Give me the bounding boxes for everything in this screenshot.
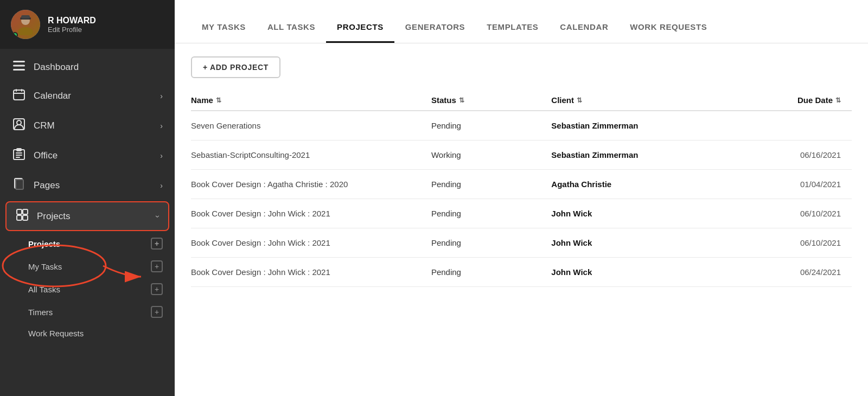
- sort-name-icon: ⇅: [216, 97, 221, 104]
- svg-rect-4: [13, 61, 25, 62]
- svg-rect-14: [16, 152, 22, 154]
- col-header-status[interactable]: Status ⇅: [431, 95, 551, 105]
- table-row[interactable]: Book Cover Design : Agatha Christie : 20…: [191, 170, 852, 199]
- add-my-tasks-btn-sidebar[interactable]: +: [151, 260, 163, 272]
- sub-nav-my-tasks-label: My Tasks: [28, 262, 62, 271]
- cell-status: Pending: [431, 267, 551, 277]
- main-content: MY TASKS ALL TASKS PROJECTS GENERATORS T…: [175, 0, 868, 396]
- cell-client: John Wick: [551, 267, 731, 277]
- sidebar-item-pages[interactable]: Pages ›: [0, 170, 175, 200]
- sidebar-item-crm[interactable]: CRM ›: [0, 111, 175, 140]
- svg-rect-22: [16, 180, 23, 189]
- content-area: + ADD PROJECT Name ⇅ Status ⇅ Client ⇅ D…: [175, 43, 868, 396]
- cell-due-date: 06/10/2021: [732, 238, 852, 247]
- table-row[interactable]: Book Cover Design : John Wick : 2021 Pen…: [191, 228, 852, 258]
- table-row[interactable]: Seven Generations Pending Sebastian Zimm…: [191, 111, 852, 140]
- svg-rect-7: [14, 90, 24, 100]
- cell-status: Pending: [431, 238, 551, 247]
- cell-client: Sebastian Zimmerman: [551, 121, 731, 130]
- cell-name: Seven Generations: [191, 121, 431, 130]
- calendar-icon: [12, 88, 26, 103]
- add-timers-btn-sidebar[interactable]: +: [151, 306, 163, 318]
- sub-nav-all-tasks-label: All Tasks: [28, 285, 60, 294]
- svg-rect-3: [21, 15, 30, 18]
- tab-generators[interactable]: GENERATORS: [394, 22, 476, 43]
- tab-templates[interactable]: TEMPLATES: [476, 22, 549, 43]
- cell-name: Book Cover Design : John Wick : 2021: [191, 209, 431, 218]
- cell-client: Sebastian Zimmerman: [551, 150, 731, 159]
- sidebar-item-office[interactable]: Office ›: [0, 140, 175, 170]
- cell-status: Pending: [431, 121, 551, 130]
- sub-nav-timers-label: Timers: [28, 308, 53, 317]
- chevron-right-icon: ›: [160, 181, 163, 190]
- col-header-client[interactable]: Client ⇅: [551, 95, 731, 105]
- table-row[interactable]: Book Cover Design : John Wick : 2021 Pen…: [191, 258, 852, 287]
- chevron-right-icon: ›: [160, 92, 163, 100]
- svg-rect-15: [16, 155, 22, 156]
- projects-sub-nav: Projects + My Tasks + All Tasks + Timers…: [0, 232, 175, 343]
- cell-due-date: 06/10/2021: [732, 209, 852, 218]
- cell-due-date: 01/04/2021: [732, 180, 852, 189]
- sidebar-item-calendar[interactable]: Calendar ›: [0, 81, 175, 111]
- cell-name: Sebastian-ScriptConsulting-2021: [191, 150, 431, 159]
- add-project-btn-sidebar[interactable]: +: [151, 238, 163, 250]
- status-indicator: [12, 32, 18, 38]
- sidebar-item-pages-label: Pages: [34, 180, 60, 191]
- tab-all-tasks[interactable]: ALL TASKS: [257, 22, 326, 43]
- crm-icon: [12, 118, 26, 133]
- sub-nav-item-my-tasks[interactable]: My Tasks +: [0, 255, 175, 278]
- cell-client: John Wick: [551, 209, 731, 218]
- hamburger-icon: [12, 61, 26, 73]
- sidebar-item-dashboard[interactable]: Dashboard: [0, 53, 175, 81]
- chevron-right-icon: ›: [160, 151, 163, 160]
- cell-status: Working: [431, 150, 551, 159]
- tab-projects[interactable]: PROJECTS: [326, 22, 394, 43]
- edit-profile-link[interactable]: Edit Profile: [48, 25, 96, 34]
- tab-my-tasks[interactable]: MY TASKS: [191, 22, 257, 43]
- profile-name: R HOWARD: [48, 16, 96, 25]
- sub-nav-item-projects[interactable]: Projects +: [0, 232, 175, 255]
- sidebar-item-dashboard-label: Dashboard: [34, 62, 79, 73]
- svg-point-11: [17, 120, 21, 125]
- sort-status-icon: ⇅: [459, 97, 464, 104]
- svg-rect-9: [21, 89, 22, 92]
- col-header-due-date[interactable]: Due Date ⇅: [732, 95, 852, 105]
- sidebar: R HOWARD Edit Profile Dashboard Calendar…: [0, 0, 175, 396]
- svg-rect-5: [13, 65, 25, 67]
- svg-rect-16: [16, 157, 20, 158]
- tab-calendar[interactable]: CALENDAR: [549, 22, 619, 43]
- cell-status: Pending: [431, 209, 551, 218]
- svg-rect-26: [23, 215, 28, 220]
- table-row[interactable]: Book Cover Design : John Wick : 2021 Pen…: [191, 199, 852, 228]
- cell-client: Agatha Christie: [551, 180, 731, 189]
- avatar: [11, 10, 40, 39]
- sidebar-item-projects-label: Projects: [37, 211, 70, 222]
- cell-due-date: 06/16/2021: [732, 150, 852, 159]
- add-all-tasks-btn-sidebar[interactable]: +: [151, 283, 163, 295]
- sub-nav-item-work-requests[interactable]: Work Requests: [0, 323, 175, 343]
- profile-info: R HOWARD Edit Profile: [48, 16, 96, 34]
- col-header-name[interactable]: Name ⇅: [191, 95, 431, 105]
- sidebar-item-crm-label: CRM: [34, 120, 55, 131]
- svg-rect-25: [17, 215, 22, 220]
- svg-rect-10: [14, 93, 24, 94]
- chevron-right-icon: ›: [160, 122, 163, 130]
- sub-nav-item-timers[interactable]: Timers +: [0, 301, 175, 323]
- cell-client: John Wick: [551, 238, 731, 247]
- add-project-button[interactable]: + ADD PROJECT: [191, 56, 280, 78]
- svg-rect-23: [17, 209, 22, 214]
- tab-work-requests[interactable]: WORK REQUESTS: [619, 22, 718, 43]
- svg-rect-8: [16, 89, 17, 92]
- sub-nav-work-requests-label: Work Requests: [28, 329, 84, 338]
- cell-name: Book Cover Design : John Wick : 2021: [191, 238, 431, 247]
- sort-due-date-icon: ⇅: [835, 97, 841, 104]
- table-body: Seven Generations Pending Sebastian Zimm…: [191, 111, 852, 287]
- tabs-bar: MY TASKS ALL TASKS PROJECTS GENERATORS T…: [175, 0, 868, 43]
- cell-name: Book Cover Design : Agatha Christie : 20…: [191, 180, 431, 189]
- sub-nav-item-all-tasks[interactable]: All Tasks +: [0, 278, 175, 301]
- sub-nav-projects-label: Projects: [28, 239, 60, 248]
- sidebar-item-projects[interactable]: Projects ›: [5, 201, 169, 231]
- svg-rect-24: [23, 209, 28, 214]
- table-row[interactable]: Sebastian-ScriptConsulting-2021 Working …: [191, 140, 852, 170]
- cell-name: Book Cover Design : John Wick : 2021: [191, 267, 431, 277]
